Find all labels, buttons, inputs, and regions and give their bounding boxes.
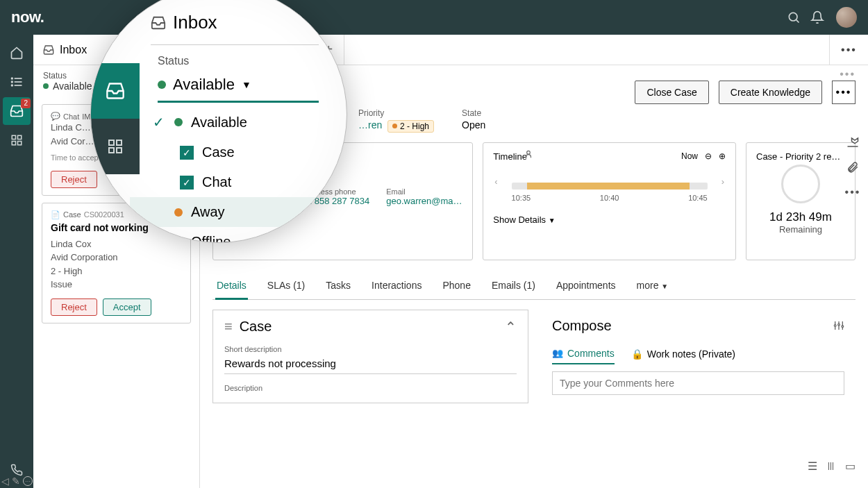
svg-rect-10 bbox=[12, 142, 15, 145]
svg-line-1 bbox=[796, 20, 799, 23]
worknotes-tab[interactable]: 🔒Work notes (Private) bbox=[631, 344, 735, 364]
user-avatar[interactable] bbox=[836, 7, 857, 28]
record-ellipsis[interactable]: ••• bbox=[840, 68, 856, 81]
checkbox-checked-icon: ✓ bbox=[180, 176, 194, 190]
chevron-down-icon: ▼ bbox=[242, 79, 251, 90]
create-knowledge-button[interactable]: Create Knowledge bbox=[719, 81, 822, 104]
svg-rect-26 bbox=[117, 148, 122, 153]
search-icon[interactable] bbox=[782, 6, 806, 29]
svg-point-21 bbox=[838, 323, 840, 326]
short-desc-label: Short description bbox=[224, 345, 517, 353]
tab-appointments[interactable]: Appointments bbox=[555, 273, 617, 299]
option-label: Available bbox=[191, 115, 247, 131]
collapse-icon[interactable]: ⌃ bbox=[505, 319, 517, 335]
svg-rect-25 bbox=[109, 148, 114, 153]
card-priority: 2 - High bbox=[51, 264, 182, 278]
tab-overflow-button[interactable]: ••• bbox=[829, 35, 868, 65]
nav-home[interactable] bbox=[3, 39, 31, 67]
email-value[interactable]: geo.warren@mailin… bbox=[386, 196, 462, 206]
more-icon[interactable]: ••• bbox=[845, 186, 861, 199]
timeline-next[interactable]: › bbox=[720, 176, 726, 187]
mag-rail-inbox-icon bbox=[91, 63, 140, 119]
svg-rect-8 bbox=[12, 135, 15, 139]
drag-handle-icon[interactable]: ≡ bbox=[224, 319, 233, 335]
tab-more[interactable]: more ▼ bbox=[635, 273, 670, 299]
short-desc-value[interactable]: Rewards not processing bbox=[224, 353, 517, 374]
svg-rect-23 bbox=[109, 140, 114, 145]
compose-title: Compose bbox=[552, 318, 612, 334]
view-split-icon[interactable]: ⫼ bbox=[826, 460, 837, 473]
sla-value: 1d 23h 49m bbox=[756, 210, 845, 224]
attachment-icon[interactable] bbox=[846, 161, 859, 174]
compose-panel: Compose 👥Comments 🔒Work notes (Private) bbox=[541, 310, 856, 403]
tab-phone[interactable]: Phone bbox=[441, 273, 471, 299]
mag-status-label: Status bbox=[158, 55, 319, 67]
email-label: Email bbox=[386, 187, 462, 196]
timeline-now[interactable]: Now bbox=[681, 151, 698, 161]
card-type: Chat bbox=[63, 112, 79, 121]
option-label: Chat bbox=[202, 174, 231, 190]
bell-icon[interactable] bbox=[806, 6, 829, 29]
checkbox-checked-icon: ✓ bbox=[180, 146, 194, 160]
status-option-available[interactable]: ✓ Available bbox=[130, 107, 319, 137]
close-case-button[interactable]: Close Case bbox=[635, 81, 708, 104]
tab-tasks[interactable]: Tasks bbox=[324, 273, 352, 299]
comments-tab[interactable]: 👥Comments bbox=[552, 344, 615, 364]
card-ref: CS0020031 bbox=[84, 210, 124, 219]
accept-button[interactable]: Accept bbox=[103, 298, 151, 316]
priority-badge: 2 - High bbox=[387, 120, 434, 133]
timeline-panel: Timeline Now ⊖ ⊕ ‹ bbox=[483, 142, 736, 260]
state-value: Open bbox=[462, 119, 485, 131]
contact-link[interactable]: …ren bbox=[358, 119, 382, 131]
card-category: Issue bbox=[51, 278, 182, 292]
timeline-title: Timeline bbox=[493, 151, 527, 162]
status-dot-icon bbox=[43, 83, 49, 89]
nav-list[interactable] bbox=[3, 68, 31, 96]
nav-grid[interactable] bbox=[3, 126, 31, 154]
tick: 10:40 bbox=[600, 194, 619, 202]
sla-title: Case - Priority 2 re… bbox=[756, 151, 845, 162]
status-dropdown-trigger[interactable]: Available ▼ bbox=[158, 73, 319, 103]
card-type: Case bbox=[63, 210, 81, 219]
zoom-in-icon[interactable]: ⊕ bbox=[719, 151, 726, 161]
option-label: Case bbox=[202, 144, 235, 160]
compose-input[interactable] bbox=[552, 371, 844, 395]
tab-emails[interactable]: Emails (1) bbox=[490, 273, 537, 299]
reject-button[interactable]: Reject bbox=[51, 298, 97, 316]
view-list-icon[interactable]: ☰ bbox=[808, 460, 817, 473]
mag-inbox-label: Inbox bbox=[173, 12, 217, 33]
tab-interactions[interactable]: Interactions bbox=[370, 273, 423, 299]
status-dot-icon bbox=[158, 81, 166, 89]
tab-details[interactable]: Details bbox=[215, 273, 248, 300]
sla-gauge bbox=[781, 165, 820, 203]
nav-inbox[interactable]: 2 bbox=[3, 97, 31, 125]
reject-button[interactable]: Reject bbox=[51, 171, 97, 188]
svg-point-13 bbox=[526, 151, 530, 154]
status-channel-chat[interactable]: ✓ Chat bbox=[130, 167, 319, 197]
timeline-prev[interactable]: ‹ bbox=[493, 176, 499, 187]
show-details-toggle[interactable]: Show Details ▼ bbox=[493, 214, 726, 225]
status-dot-icon bbox=[174, 118, 183, 126]
case-detail-panel: ≡ Case ⌃ Short description Rewards not p… bbox=[212, 310, 528, 403]
svg-point-6 bbox=[12, 81, 13, 83]
status-channel-case[interactable]: ✓ Case bbox=[130, 137, 319, 167]
zoom-out-icon[interactable]: ⊖ bbox=[705, 151, 712, 161]
svg-point-7 bbox=[12, 85, 13, 86]
card-contact: Linda Cox bbox=[51, 237, 182, 251]
record-more-button[interactable]: ••• bbox=[832, 81, 856, 104]
case-panel-title: Case bbox=[240, 319, 272, 335]
settings-icon[interactable] bbox=[833, 320, 844, 331]
inbox-title: Inbox bbox=[60, 44, 87, 56]
status-text: Available bbox=[53, 81, 92, 92]
agent-assist-icon[interactable] bbox=[846, 136, 859, 149]
view-card-icon[interactable]: ▭ bbox=[845, 460, 856, 473]
tab-slas[interactable]: SLAs (1) bbox=[266, 273, 306, 299]
tick: 10:35 bbox=[512, 194, 531, 202]
check-icon: ✓ bbox=[151, 114, 166, 131]
svg-rect-11 bbox=[18, 142, 22, 145]
svg-rect-24 bbox=[117, 140, 122, 145]
timeline-marker-icon bbox=[524, 149, 533, 159]
option-label: Away bbox=[191, 204, 225, 220]
priority-label: Priority bbox=[358, 108, 434, 118]
svg-point-20 bbox=[834, 325, 836, 327]
